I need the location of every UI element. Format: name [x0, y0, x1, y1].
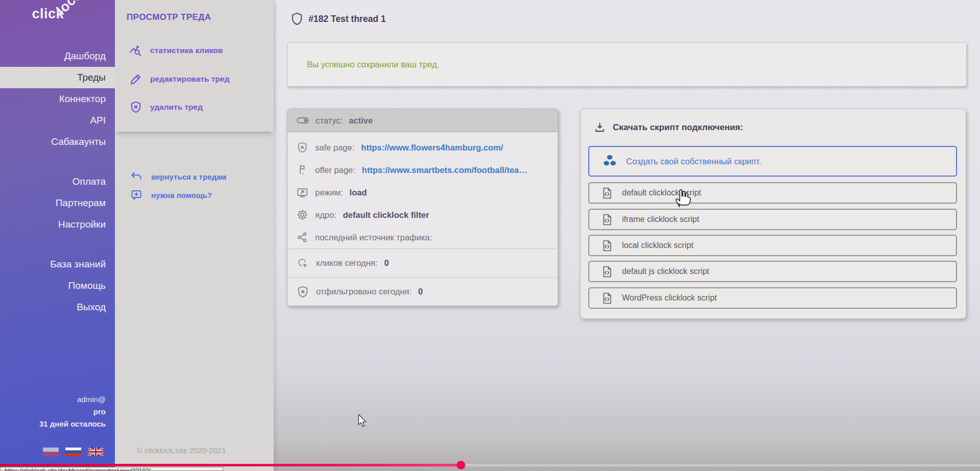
filtered-today-value: 0	[418, 287, 423, 296]
mode-value: load	[349, 188, 367, 197]
copyright: © clicklock.site 2020-2021	[137, 446, 226, 455]
status-rows: safe page: https://www.flowers4hamburg.c…	[288, 132, 558, 249]
sidebar-nav: Дашборд Треды Коннектор API Сабакаунты О…	[0, 45, 115, 318]
file-code-icon	[601, 292, 613, 305]
thread-menu-title: ПРОСМОТР ТРЕДА	[127, 12, 211, 22]
safe-page-row: safe page: https://www.flowers4hamburg.c…	[288, 136, 558, 159]
video-progress-fill	[0, 464, 461, 466]
account-email: admin@	[39, 393, 106, 406]
traffic-source-label: последний источник трафика:	[315, 233, 432, 242]
thread-stats-link[interactable]: статистика кликов	[129, 44, 223, 57]
video-progress-bar[interactable]	[0, 464, 980, 466]
russian-flag-icon[interactable]	[65, 448, 81, 456]
video-progress-scrubber[interactable]	[457, 461, 465, 469]
create-custom-script-label: Создать свой собственный скрипт.	[626, 157, 761, 166]
shield-x-icon	[129, 101, 142, 114]
need-help-link[interactable]: нужна помощь?	[130, 189, 212, 201]
main-content: #182 Test thread 1 Вы успешно сохранили …	[274, 0, 980, 471]
download-script-panel: Скачать скрипт подключения: Создать свой…	[580, 109, 966, 319]
default-js-script-button[interactable]: default js clicklock script	[588, 261, 957, 282]
thread-status-card: статус: active safe page: https://www.fl…	[287, 109, 558, 306]
thread-edit-label: редактировать тред	[150, 75, 229, 84]
file-code-icon	[601, 187, 613, 200]
page-title-text: #182 Test thread 1	[308, 14, 386, 24]
sidebar-item-connector[interactable]: Коннектор	[0, 88, 115, 110]
success-alert-text: Вы успешно сохранили ваш тред.	[307, 60, 439, 69]
flag-icon	[296, 164, 308, 176]
file-code-icon	[601, 239, 613, 252]
shield-star-icon	[296, 285, 309, 299]
share-icon	[296, 231, 308, 243]
clicklock-logo: clicklock	[32, 6, 92, 22]
clicks-today-row: кликов сегодня: 0	[288, 249, 558, 277]
mode-row: режим: load	[288, 181, 558, 204]
core-label: ядро:	[315, 210, 337, 220]
sidebar-item-knowledge-base[interactable]: База знаний	[0, 254, 115, 275]
clicks-today-label: кликов сегодня:	[316, 258, 377, 268]
sidebar-item-logout[interactable]: Выход	[0, 296, 115, 318]
default-script-button[interactable]: default clicklock script	[588, 182, 957, 204]
shield-star-icon	[296, 141, 308, 154]
filtered-today-label: отфильтровано сегодня:	[316, 287, 412, 296]
status-value: active	[349, 116, 373, 126]
click-icon	[296, 257, 309, 270]
shield-icon	[291, 12, 303, 26]
offer-page-url[interactable]: https://www.smartbets.com/football/tea…	[362, 165, 528, 175]
traffic-source-row: последний источник трафика:	[288, 226, 558, 249]
sidebar-item-help[interactable]: Помощь	[0, 275, 115, 296]
file-code-icon	[601, 265, 613, 278]
help-icon	[130, 189, 142, 201]
core-value: default clicklock filter	[343, 210, 429, 220]
cubes-icon	[602, 153, 618, 169]
status-bar-url-text: https://clicklock.site/dashboard/connect…	[1, 467, 223, 471]
default-script-label: default clicklock script	[622, 188, 701, 197]
english-flag-icon[interactable]	[88, 448, 104, 456]
safe-page-url[interactable]: https://www.flowers4hamburg.com/	[361, 143, 503, 153]
back-to-threads-link[interactable]: вернуться к тредам	[130, 170, 226, 183]
pencil-icon	[129, 72, 142, 86]
offer-page-label: offer page:	[315, 165, 355, 175]
account-days-left: 31 дней осталось	[39, 418, 106, 430]
account-plan: pro	[39, 406, 106, 418]
status-bar-url: https://clicklock.site/dashboard/connect…	[0, 467, 223, 471]
download-header-label: Скачать скрипт подключения:	[613, 122, 743, 133]
iframe-script-button[interactable]: iframe clicklock script	[588, 209, 957, 230]
polish-flag-icon[interactable]	[43, 448, 59, 456]
default-js-script-label: default js clicklock script	[622, 267, 709, 276]
wordpress-script-label: WordPress clicklock script	[622, 293, 717, 303]
need-help-label: нужна помощь?	[151, 191, 212, 200]
page-title: #182 Test thread 1	[291, 12, 386, 26]
thread-menu-panel: ПРОСМОТР ТРЕДА статистика кликов редакти…	[115, 0, 274, 471]
toggle-on-icon	[296, 114, 309, 127]
thread-stats-label: статистика кликов	[150, 46, 223, 55]
sidebar-item-partners[interactable]: Партнерам	[0, 192, 115, 214]
gear-icon	[296, 209, 308, 221]
nav-group-divider	[0, 235, 115, 254]
thread-edit-link[interactable]: редактировать тред	[129, 72, 229, 86]
local-script-button[interactable]: local clicklock script	[588, 235, 957, 256]
download-icon	[594, 121, 606, 133]
download-header: Скачать скрипт подключения:	[594, 121, 743, 133]
sidebar-item-threads[interactable]: Треды	[0, 67, 115, 88]
mode-label: режим:	[315, 188, 343, 197]
filtered-today-row: отфильтровано сегодня: 0	[288, 277, 558, 306]
file-code-icon	[601, 213, 613, 226]
sidebar: clicklock Дашборд Треды Коннектор API Са…	[0, 0, 115, 471]
sidebar-item-payment[interactable]: Оплата	[0, 171, 115, 192]
app-window: clicklock Дашборд Треды Коннектор API Са…	[0, 0, 980, 471]
thread-delete-label: удалить тред	[150, 103, 203, 112]
success-alert: Вы успешно сохранили ваш тред.	[287, 42, 967, 87]
sidebar-item-settings[interactable]: Настройки	[0, 214, 115, 235]
core-row: ядро: default clicklock filter	[288, 204, 558, 226]
click-stats-icon	[129, 44, 142, 57]
back-to-threads-label: вернуться к тредам	[151, 172, 226, 181]
iframe-script-label: iframe clicklock script	[622, 215, 699, 224]
thread-delete-link[interactable]: удалить тред	[129, 101, 203, 114]
sidebar-item-subaccounts[interactable]: Сабакаунты	[0, 131, 115, 153]
sidebar-item-dashboard[interactable]: Дашборд	[0, 45, 115, 67]
sidebar-item-api[interactable]: API	[0, 110, 115, 131]
screen-share-icon	[296, 186, 308, 199]
offer-page-row: offer page: https://www.smartbets.com/fo…	[288, 159, 558, 181]
wordpress-script-button[interactable]: WordPress clicklock script	[588, 287, 957, 309]
create-custom-script-button[interactable]: Создать свой собственный скрипт.	[588, 146, 957, 177]
